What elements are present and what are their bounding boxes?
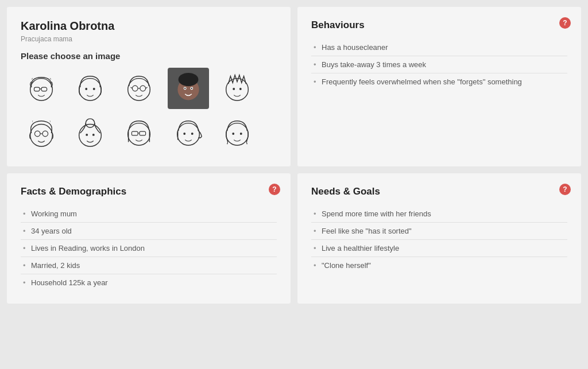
persona-name: Karolina Obrotna xyxy=(21,20,277,33)
svg-point-5 xyxy=(85,88,87,90)
svg-point-14 xyxy=(178,73,198,86)
list-item: Buys take-away 3 times a week xyxy=(311,56,567,73)
list-item: Feel like she "has it sorted" xyxy=(311,223,567,240)
avatar-8[interactable] xyxy=(118,112,160,154)
svg-point-38 xyxy=(183,133,185,135)
svg-point-24 xyxy=(42,131,48,137)
needs-help-icon[interactable]: ? xyxy=(559,184,571,195)
svg-point-28 xyxy=(86,134,88,136)
persona-subtitle: Pracujaca mama xyxy=(21,35,277,43)
avatar-7[interactable] xyxy=(69,112,111,154)
svg-point-8 xyxy=(133,86,138,91)
facts-title: Facts & Demographics xyxy=(21,186,277,197)
list-item: Working mum xyxy=(21,205,277,223)
avatar-grid xyxy=(21,68,262,154)
avatar-3[interactable] xyxy=(118,68,160,109)
svg-rect-1 xyxy=(34,87,40,91)
svg-point-4 xyxy=(79,79,102,101)
svg-point-20 xyxy=(233,88,235,90)
svg-point-21 xyxy=(239,88,242,90)
list-item: Spend more time with her friends xyxy=(311,205,567,223)
list-item: Married, 2 kids xyxy=(21,257,277,274)
svg-point-42 xyxy=(240,133,242,135)
svg-point-29 xyxy=(92,134,95,136)
svg-point-27 xyxy=(86,119,94,127)
svg-rect-34 xyxy=(140,131,146,135)
behaviours-title: Behaviours xyxy=(311,20,567,31)
needs-title: Needs & Goals xyxy=(311,186,567,197)
avatar-1[interactable] xyxy=(21,68,62,109)
svg-point-41 xyxy=(232,133,234,135)
list-item: 34 years old xyxy=(21,223,277,240)
avatar-5[interactable] xyxy=(216,68,258,109)
avatar-10[interactable] xyxy=(216,112,258,154)
svg-point-36 xyxy=(177,123,199,146)
svg-rect-2 xyxy=(41,87,47,91)
svg-point-22 xyxy=(30,125,53,147)
needs-card: Needs & Goals ? Spend more time with her… xyxy=(297,173,581,304)
facts-help-icon[interactable]: ? xyxy=(269,184,280,195)
svg-line-12 xyxy=(146,87,148,88)
svg-point-6 xyxy=(93,88,95,90)
persona-card: Karolina Obrotna Pracujaca mama Please c… xyxy=(7,7,291,166)
list-item: Lives in Reading, works in London xyxy=(21,240,277,257)
avatar-2[interactable] xyxy=(69,68,111,109)
facts-card: Facts & Demographics ? Working mum 34 ye… xyxy=(7,173,291,304)
svg-point-18 xyxy=(191,88,192,89)
list-item: Frequently feels overwhelmed when she "f… xyxy=(311,73,567,90)
list-item: Has a housecleaner xyxy=(311,39,567,56)
list-item: Live a healthier lifestyle xyxy=(311,240,567,257)
svg-point-17 xyxy=(184,88,185,89)
behaviours-card: Behaviours ? Has a housecleaner Buys tak… xyxy=(297,7,581,166)
svg-rect-33 xyxy=(132,131,138,135)
svg-point-23 xyxy=(34,131,40,137)
svg-line-11 xyxy=(131,87,133,88)
needs-list: Spend more time with her friends Feel li… xyxy=(311,205,567,274)
svg-point-30 xyxy=(128,123,150,146)
avatar-4[interactable] xyxy=(168,68,209,109)
avatar-6[interactable] xyxy=(21,112,62,154)
behaviours-help-icon[interactable]: ? xyxy=(559,17,571,29)
list-item: "Clone herself" xyxy=(311,257,567,274)
behaviours-list: Has a housecleaner Buys take-away 3 time… xyxy=(311,39,567,90)
avatar-9[interactable] xyxy=(168,112,209,154)
list-item: Household 125k a year xyxy=(21,274,277,291)
main-grid: Karolina Obrotna Pracujaca mama Please c… xyxy=(7,7,581,304)
svg-point-39 xyxy=(191,133,193,135)
svg-point-7 xyxy=(128,79,150,101)
facts-list: Working mum 34 years old Lives in Readin… xyxy=(21,205,277,291)
choose-image-label: Please choose an image xyxy=(21,51,277,61)
svg-point-9 xyxy=(140,86,146,91)
svg-point-40 xyxy=(226,123,248,146)
